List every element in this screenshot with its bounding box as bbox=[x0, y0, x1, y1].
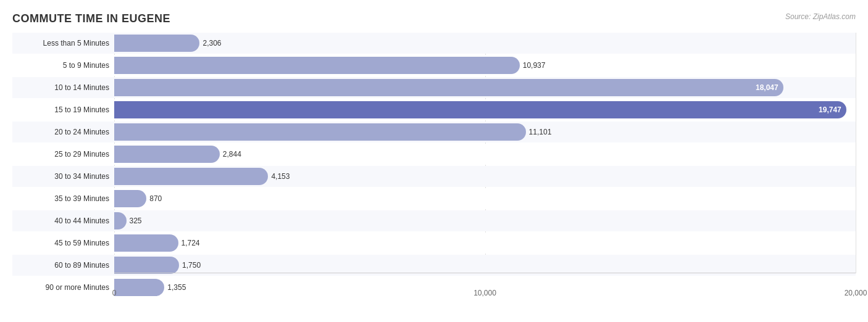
bar-row: 15 to 19 Minutes19,747 bbox=[12, 99, 856, 120]
bar-value: 325 bbox=[130, 217, 868, 225]
bar-label: 15 to 19 Minutes bbox=[12, 105, 114, 114]
bar-value: 19,747 bbox=[819, 105, 841, 114]
bar-row: 5 to 9 Minutes10,937 bbox=[12, 55, 856, 76]
bar-track: 2,306 bbox=[114, 35, 856, 52]
bar-label: 60 to 89 Minutes bbox=[12, 261, 114, 270]
chart-container: COMMUTE TIME IN EUGENE Source: ZipAtlas.… bbox=[0, 0, 868, 322]
bar-label: 35 to 39 Minutes bbox=[12, 194, 114, 203]
bars-section: Less than 5 Minutes2,3065 to 9 Minutes10… bbox=[12, 33, 856, 273]
bar-fill: 19,747 bbox=[114, 101, 846, 118]
bar-fill: 18,047 bbox=[114, 79, 783, 96]
source-text: Source: ZipAtlas.com bbox=[785, 12, 856, 21]
bar-row: Less than 5 Minutes2,306 bbox=[12, 33, 856, 54]
bar-value: 11,101 bbox=[529, 128, 868, 136]
bar-label: 10 to 14 Minutes bbox=[12, 83, 114, 92]
chart-title: COMMUTE TIME IN EUGENE bbox=[12, 12, 856, 25]
bar-track: 2,844 bbox=[114, 146, 856, 163]
bar-fill bbox=[114, 168, 268, 185]
bar-fill bbox=[114, 123, 526, 141]
bar-fill bbox=[114, 35, 199, 52]
x-label-10000: 10,000 bbox=[474, 289, 496, 297]
bar-value: 1,355 bbox=[167, 283, 868, 292]
bar-value: 2,844 bbox=[223, 150, 868, 159]
bar-row: 45 to 59 Minutes1,724 bbox=[12, 233, 856, 254]
bar-fill bbox=[114, 146, 220, 163]
x-label-0: 0 bbox=[112, 289, 117, 297]
bar-value: 1,750 bbox=[182, 261, 868, 270]
bar-fill bbox=[114, 190, 146, 207]
bar-track: 1,750 bbox=[114, 257, 856, 274]
bar-fill bbox=[114, 57, 520, 74]
bar-label: Less than 5 Minutes bbox=[12, 39, 114, 47]
bar-fill bbox=[114, 279, 164, 296]
bar-row: 40 to 44 Minutes325 bbox=[12, 210, 856, 231]
bar-label: 5 to 9 Minutes bbox=[12, 61, 114, 70]
bar-fill bbox=[114, 234, 178, 252]
bar-label: 40 to 44 Minutes bbox=[12, 217, 114, 225]
bar-row: 10 to 14 Minutes18,047 bbox=[12, 77, 856, 98]
bar-fill bbox=[114, 212, 127, 229]
bar-row: 25 to 29 Minutes2,844 bbox=[12, 144, 856, 165]
bar-track: 4,153 bbox=[114, 168, 856, 185]
bar-label: 20 to 24 Minutes bbox=[12, 128, 114, 136]
bar-track: 325 bbox=[114, 212, 856, 229]
bar-value: 4,153 bbox=[271, 172, 868, 181]
bar-row: 35 to 39 Minutes870 bbox=[12, 188, 856, 209]
bar-value: 2,306 bbox=[202, 39, 868, 47]
bar-value: 18,047 bbox=[756, 83, 778, 92]
bar-track: 10,937 bbox=[114, 57, 856, 74]
bar-label: 90 or more Minutes bbox=[12, 283, 114, 292]
bar-track: 1,724 bbox=[114, 234, 856, 252]
bar-row: 20 to 24 Minutes11,101 bbox=[12, 122, 856, 142]
x-label-20000: 20,000 bbox=[845, 289, 867, 297]
bar-label: 25 to 29 Minutes bbox=[12, 150, 114, 159]
bar-row: 30 to 34 Minutes4,153 bbox=[12, 166, 856, 187]
bar-track: 11,101 bbox=[114, 123, 856, 141]
x-axis bbox=[114, 273, 856, 273]
bar-fill bbox=[114, 257, 179, 274]
bar-value: 1,724 bbox=[182, 239, 868, 247]
chart-area: Less than 5 Minutes2,3065 to 9 Minutes10… bbox=[12, 33, 856, 292]
bar-label: 30 to 34 Minutes bbox=[12, 172, 114, 181]
bar-label: 45 to 59 Minutes bbox=[12, 239, 114, 247]
bar-track: 18,047 bbox=[114, 79, 856, 96]
bar-value: 10,937 bbox=[523, 61, 868, 70]
bar-track: 19,747 bbox=[114, 101, 856, 118]
bar-value: 870 bbox=[149, 194, 868, 203]
bar-track: 870 bbox=[114, 190, 856, 207]
bar-row: 90 or more Minutes1,355 bbox=[12, 277, 856, 298]
